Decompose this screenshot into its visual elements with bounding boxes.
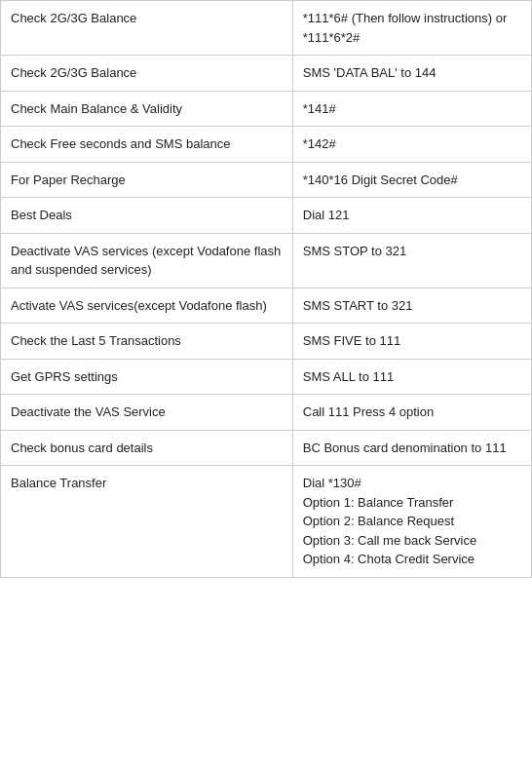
table-row: Best DealsDial 121	[1, 198, 532, 234]
service-cell: Balance Transfer	[1, 466, 293, 578]
code-cell: Call 111 Press 4 option	[292, 395, 531, 431]
table-row: Check 2G/3G Balance*111*6# (Then follow …	[1, 1, 532, 56]
table-row: Check 2G/3G BalanceSMS 'DATA BAL' to 144	[1, 56, 532, 92]
service-cell: Check bonus card details	[1, 430, 293, 466]
code-cell: *111*6# (Then follow instructions) or *1…	[292, 1, 531, 56]
service-cell: Check 2G/3G Balance	[1, 1, 293, 56]
code-cell: SMS FIVE to 111	[292, 324, 531, 360]
code-cell: SMS 'DATA BAL' to 144	[292, 56, 531, 92]
table-row: Check the Last 5 TransactionsSMS FIVE to…	[1, 324, 532, 360]
code-cell: SMS STOP to 321	[292, 233, 531, 288]
service-cell: Check Free seconds and SMS balance	[1, 127, 293, 163]
table-row: Get GPRS settingsSMS ALL to 111	[1, 359, 532, 395]
service-cell: Best Deals	[1, 198, 293, 234]
table-row: Deactivate the VAS ServiceCall 111 Press…	[1, 395, 532, 431]
table-row: For Paper Recharge*140*16 Digit Secret C…	[1, 162, 532, 198]
service-cell: Check Main Balance & Validity	[1, 91, 293, 127]
code-cell: BC Bonus card denomination to 111	[292, 430, 531, 466]
service-cell: Deactivate the VAS Service	[1, 395, 293, 431]
code-cell: *141#	[292, 91, 531, 127]
code-cell: SMS ALL to 111	[292, 359, 531, 395]
service-cell: Check the Last 5 Transactions	[1, 324, 293, 360]
service-cell: Get GPRS settings	[1, 359, 293, 395]
table-row: Deactivate VAS services (except Vodafone…	[1, 233, 532, 288]
table-row: Activate VAS services(except Vodafone fl…	[1, 288, 532, 324]
service-cell: Deactivate VAS services (except Vodafone…	[1, 233, 293, 288]
code-cell: *140*16 Digit Secret Code#	[292, 162, 531, 198]
table-row: Check bonus card detailsBC Bonus card de…	[1, 430, 532, 466]
code-cell: Dial 121	[292, 198, 531, 234]
service-cell: For Paper Recharge	[1, 162, 293, 198]
table-row: Balance TransferDial *130#Option 1: Bala…	[1, 466, 532, 578]
service-cell: Activate VAS services(except Vodafone fl…	[1, 288, 293, 324]
code-cell: Dial *130#Option 1: Balance TransferOpti…	[292, 466, 531, 578]
ussd-codes-table: Check 2G/3G Balance*111*6# (Then follow …	[0, 0, 532, 578]
code-cell: SMS START to 321	[292, 288, 531, 324]
code-cell: *142#	[292, 127, 531, 163]
table-row: Check Main Balance & Validity*141#	[1, 91, 532, 127]
service-cell: Check 2G/3G Balance	[1, 56, 293, 92]
table-row: Check Free seconds and SMS balance*142#	[1, 127, 532, 163]
